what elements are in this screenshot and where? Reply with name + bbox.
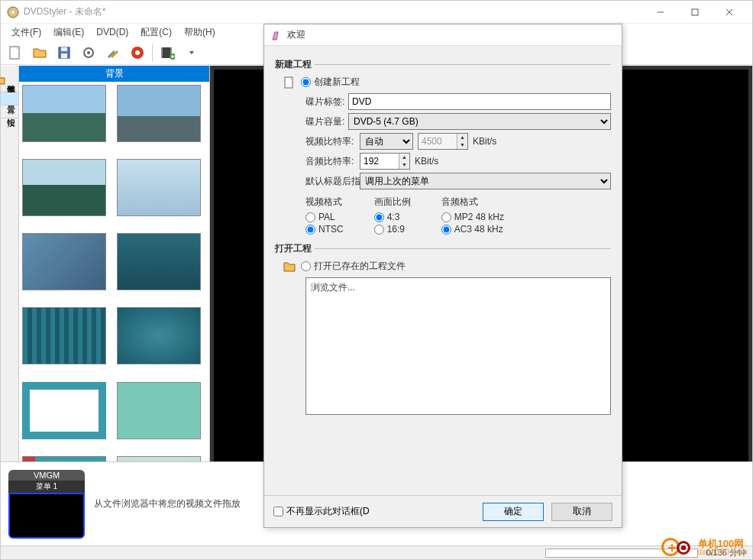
watermark-text-2: danji100.com	[698, 549, 748, 556]
disc-label-input[interactable]	[348, 93, 611, 110]
svg-marker-23	[189, 51, 194, 54]
dropdown-icon[interactable]	[182, 43, 202, 63]
kbits-unit: KBit/s	[415, 156, 438, 167]
dialog-body: 新建工程 创建新工程 碟片标签: 碟片容量: DVD-5 (4.7 GB) 视频…	[264, 46, 622, 495]
mp2-radio[interactable]: MP2 48 kHz	[441, 212, 504, 222]
settings-icon[interactable]	[79, 43, 99, 63]
open-existing-radio[interactable]: 打开已存在的工程文件	[301, 260, 406, 273]
titlebar: DVDStyler - 未命名*	[1, 1, 752, 24]
ntsc-radio[interactable]: NTSC	[305, 224, 344, 235]
disc-label-label: 碟片标签:	[275, 95, 344, 108]
svg-rect-9	[61, 47, 67, 51]
timeline-hint: 从文件浏览器中将您的视频文件拖放	[94, 497, 241, 510]
svg-rect-10	[61, 53, 67, 58]
video-bitrate-label: 视频比特率:	[275, 135, 355, 148]
menu-dvd[interactable]: DVD(D)	[90, 25, 134, 39]
new-project-section: 新建工程	[275, 58, 611, 71]
dialog-title: 欢迎	[287, 28, 305, 41]
bg-thumb[interactable]	[22, 233, 106, 290]
bg-thumb[interactable]	[22, 85, 106, 142]
new-project-icon[interactable]	[5, 43, 25, 63]
folder-icon	[283, 260, 296, 274]
bg-thumb[interactable]	[22, 307, 106, 364]
bg-thumb[interactable]	[117, 307, 201, 364]
window-title: DVDStyler - 未命名*	[24, 5, 643, 18]
vmgm-menu-label: 菜单 1	[8, 481, 85, 493]
bg-thumb[interactable]	[117, 159, 201, 216]
svg-point-16	[135, 50, 140, 55]
cancel-button[interactable]: 取消	[551, 503, 612, 521]
open-project-icon[interactable]	[30, 43, 50, 63]
menu-edit[interactable]: 编辑(E)	[47, 24, 90, 40]
format-row: 视频格式 PAL NTSC 画面比例 4:3 16:9 音频格式 MP2 48 …	[305, 196, 611, 236]
maximize-button[interactable]	[677, 2, 712, 23]
sidebar-tab-buttons[interactable]: 按钮	[1, 105, 18, 118]
audio-bitrate-spin[interactable]: ▲▼	[360, 153, 410, 170]
open-project-section: 打开工程	[275, 242, 611, 255]
video-bitrate-mode-select[interactable]: 自动	[360, 133, 413, 150]
ok-button[interactable]: 确定	[483, 503, 544, 521]
menu-config[interactable]: 配置(C)	[134, 24, 178, 40]
bg-thumb[interactable]	[117, 233, 201, 290]
app-icon	[7, 6, 19, 18]
ac3-radio[interactable]: AC3 48 kHz	[441, 224, 504, 235]
disc-capacity-label: 碟片容量:	[275, 115, 344, 128]
watermark-icon	[661, 536, 695, 558]
main-window: DVDStyler - 未命名* 文件(F) 编辑(E) DVD(D) 配置(C…	[0, 0, 753, 560]
svg-point-12	[87, 51, 90, 54]
pal-radio[interactable]: PAL	[305, 212, 344, 222]
new-file-icon	[283, 76, 296, 89]
welcome-dialog: 欢迎 新建工程 创建新工程 碟片标签: 碟片容量: DVD-5 (4.7 GB)…	[263, 24, 622, 528]
dialog-icon	[270, 29, 283, 41]
dialog-titlebar[interactable]: 欢迎	[264, 24, 622, 46]
aspect-43-radio[interactable]: 4:3	[374, 212, 411, 222]
background-panel-header: 背景	[19, 66, 209, 82]
background-panel: 背景	[19, 66, 210, 529]
side-tabs: 文件浏览器 背景 按钮	[1, 66, 19, 529]
save-icon[interactable]	[54, 43, 74, 63]
statusbar: 0/136 分钟	[1, 545, 752, 559]
tools-icon[interactable]	[103, 43, 123, 63]
close-button[interactable]	[712, 2, 746, 23]
aspect-169-radio[interactable]: 16:9	[374, 224, 411, 235]
vmgm-box[interactable]: VMGM 菜单 1	[8, 470, 85, 539]
browse-list[interactable]: 浏览文件...	[305, 277, 611, 415]
svg-rect-3	[692, 9, 698, 15]
default-title-cmd-label: 默认标题后指令:	[275, 175, 355, 188]
sidebar-tab-browser[interactable]: 文件浏览器	[1, 66, 18, 92]
bg-thumb[interactable]	[22, 382, 106, 439]
audio-bitrate-label: 音频比特率:	[275, 155, 355, 168]
create-new-radio[interactable]: 创建新工程	[301, 76, 360, 89]
dialog-footer: 不再显示此对话框(D 确定 取消	[264, 495, 622, 527]
watermark-logo: 单机100网 danji100.com	[661, 536, 748, 558]
video-bitrate-spin[interactable]: ▲▼	[418, 133, 468, 150]
burn-icon[interactable]	[128, 43, 147, 63]
video-format-label: 视频格式	[305, 196, 344, 209]
minimize-button[interactable]	[643, 2, 677, 23]
watermark-text-1: 单机100网	[698, 539, 748, 549]
bg-thumb[interactable]	[22, 159, 106, 216]
bg-thumb[interactable]	[117, 382, 201, 439]
disc-capacity-select[interactable]: DVD-5 (4.7 GB)	[348, 113, 611, 130]
sidebar-tab-background[interactable]: 背景	[1, 92, 18, 105]
audio-format-label: 音频格式	[441, 196, 504, 209]
menu-help[interactable]: 帮助(H)	[178, 24, 221, 40]
dont-show-checkbox[interactable]: 不再显示此对话框(D	[273, 505, 475, 518]
menu-file[interactable]: 文件(F)	[5, 24, 47, 40]
window-controls	[643, 2, 746, 23]
vmgm-thumb[interactable]	[8, 493, 85, 539]
svg-rect-18	[161, 47, 163, 58]
svg-point-1	[11, 11, 15, 14]
aspect-label: 画面比例	[374, 196, 411, 209]
add-video-icon[interactable]	[157, 43, 177, 63]
default-title-cmd-select[interactable]: 调用上次的菜单	[360, 173, 611, 189]
kbits-unit: KBit/s	[473, 136, 496, 147]
vmgm-label: VMGM	[8, 470, 85, 481]
bg-thumb[interactable]	[117, 85, 201, 142]
